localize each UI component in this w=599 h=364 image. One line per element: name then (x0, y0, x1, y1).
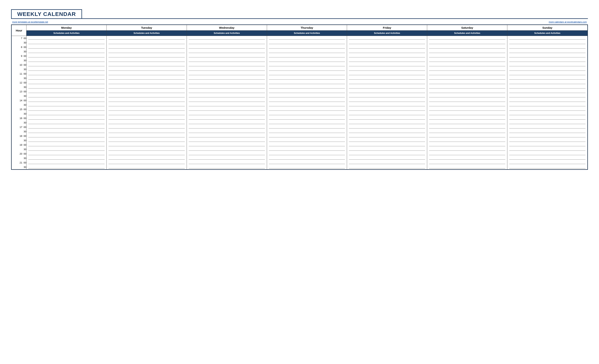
slot-cell[interactable] (427, 129, 507, 134)
slot-cell[interactable] (347, 76, 427, 80)
slot-cell[interactable] (347, 156, 427, 160)
slot-cell[interactable] (267, 62, 347, 67)
slot-cell[interactable] (347, 49, 427, 54)
slot-cell[interactable] (347, 111, 427, 116)
slot-cell[interactable] (427, 36, 507, 41)
slot-cell[interactable] (267, 129, 347, 134)
slot-cell[interactable] (267, 67, 347, 71)
slot-cell[interactable] (347, 160, 427, 165)
slot-cell[interactable] (106, 111, 187, 116)
slot-cell[interactable] (267, 80, 347, 85)
slot-cell[interactable] (267, 36, 347, 41)
slot-cell[interactable] (106, 36, 187, 41)
slot-cell[interactable] (26, 165, 107, 169)
slot-cell[interactable] (187, 49, 267, 54)
slot-cell[interactable] (507, 120, 588, 125)
slot-cell[interactable] (26, 120, 107, 125)
slot-cell[interactable] (187, 116, 267, 120)
slot-cell[interactable] (267, 156, 347, 160)
link-templates[interactable]: more templates at exceltemplate.net (12, 21, 48, 23)
slot-cell[interactable] (106, 40, 187, 45)
slot-cell[interactable] (507, 76, 588, 80)
slot-cell[interactable] (106, 85, 187, 89)
slot-cell[interactable] (507, 160, 588, 165)
slot-cell[interactable] (26, 103, 107, 107)
slot-cell[interactable] (267, 134, 347, 138)
slot-cell[interactable] (106, 45, 187, 49)
slot-cell[interactable] (427, 138, 507, 142)
slot-cell[interactable] (507, 85, 588, 89)
slot-cell[interactable] (26, 54, 107, 58)
slot-cell[interactable] (427, 116, 507, 120)
slot-cell[interactable] (507, 89, 588, 94)
slot-cell[interactable] (427, 62, 507, 67)
slot-cell[interactable] (507, 103, 588, 107)
slot-cell[interactable] (347, 98, 427, 103)
slot-cell[interactable] (507, 147, 588, 151)
slot-cell[interactable] (187, 160, 267, 165)
slot-cell[interactable] (106, 160, 187, 165)
slot-cell[interactable] (106, 107, 187, 111)
slot-cell[interactable] (106, 76, 187, 80)
slot-cell[interactable] (26, 80, 107, 85)
slot-cell[interactable] (347, 36, 427, 41)
slot-cell[interactable] (106, 138, 187, 142)
slot-cell[interactable] (267, 120, 347, 125)
slot-cell[interactable] (507, 134, 588, 138)
slot-cell[interactable] (267, 111, 347, 116)
slot-cell[interactable] (187, 58, 267, 62)
slot-cell[interactable] (427, 58, 507, 62)
slot-cell[interactable] (106, 120, 187, 125)
slot-cell[interactable] (267, 142, 347, 147)
slot-cell[interactable] (187, 40, 267, 45)
slot-cell[interactable] (26, 147, 107, 151)
slot-cell[interactable] (427, 49, 507, 54)
slot-cell[interactable] (26, 40, 107, 45)
slot-cell[interactable] (347, 54, 427, 58)
slot-cell[interactable] (26, 85, 107, 89)
slot-cell[interactable] (427, 147, 507, 151)
slot-cell[interactable] (347, 40, 427, 45)
slot-cell[interactable] (26, 76, 107, 80)
slot-cell[interactable] (267, 40, 347, 45)
slot-cell[interactable] (507, 129, 588, 134)
slot-cell[interactable] (187, 107, 267, 111)
slot-cell[interactable] (26, 125, 107, 129)
slot-cell[interactable] (187, 125, 267, 129)
slot-cell[interactable] (106, 165, 187, 169)
slot-cell[interactable] (106, 151, 187, 156)
slot-cell[interactable] (106, 142, 187, 147)
slot-cell[interactable] (26, 89, 107, 94)
slot-cell[interactable] (106, 89, 187, 94)
slot-cell[interactable] (507, 45, 588, 49)
slot-cell[interactable] (106, 80, 187, 85)
slot-cell[interactable] (187, 89, 267, 94)
slot-cell[interactable] (347, 107, 427, 111)
slot-cell[interactable] (507, 138, 588, 142)
slot-cell[interactable] (347, 89, 427, 94)
slot-cell[interactable] (347, 138, 427, 142)
slot-cell[interactable] (26, 62, 107, 67)
slot-cell[interactable] (507, 94, 588, 98)
slot-cell[interactable] (427, 94, 507, 98)
slot-cell[interactable] (187, 67, 267, 71)
slot-cell[interactable] (427, 40, 507, 45)
slot-cell[interactable] (427, 54, 507, 58)
slot-cell[interactable] (187, 76, 267, 80)
slot-cell[interactable] (507, 142, 588, 147)
slot-cell[interactable] (187, 111, 267, 116)
slot-cell[interactable] (427, 85, 507, 89)
slot-cell[interactable] (427, 80, 507, 85)
slot-cell[interactable] (427, 134, 507, 138)
slot-cell[interactable] (427, 142, 507, 147)
slot-cell[interactable] (427, 125, 507, 129)
slot-cell[interactable] (187, 156, 267, 160)
slot-cell[interactable] (347, 134, 427, 138)
slot-cell[interactable] (187, 120, 267, 125)
slot-cell[interactable] (26, 45, 107, 49)
slot-cell[interactable] (26, 36, 107, 41)
slot-cell[interactable] (26, 71, 107, 76)
slot-cell[interactable] (106, 134, 187, 138)
slot-cell[interactable] (427, 156, 507, 160)
slot-cell[interactable] (267, 125, 347, 129)
